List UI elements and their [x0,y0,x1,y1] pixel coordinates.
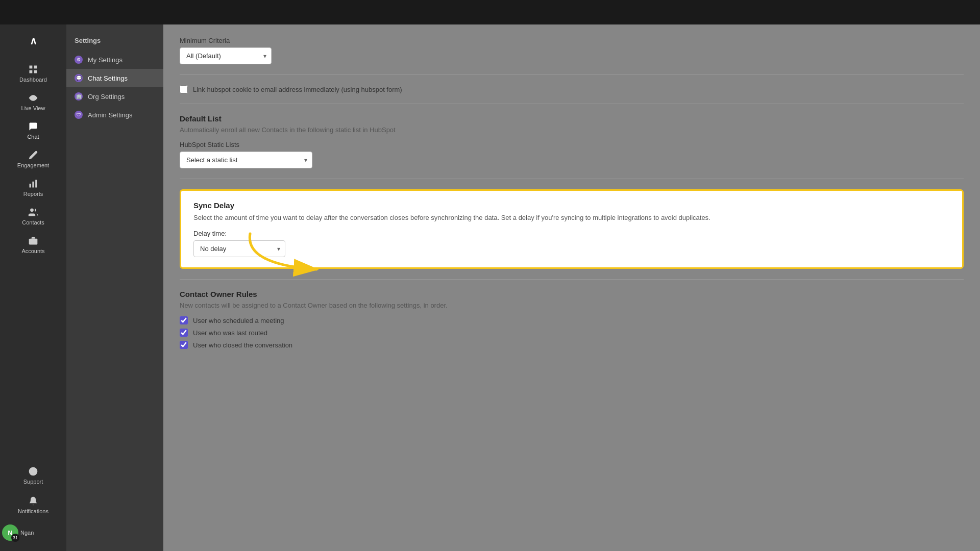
hubspot-static-lists-label: HubSpot Static Lists [180,141,964,148]
default-list-title: Default List [180,114,964,123]
nav-item-user[interactable]: N 31 Ngan [0,520,66,545]
sidebar-item-org-settings[interactable]: 🏢 Org Settings [66,87,163,106]
contact-owner-rules-title: Contact Owner Rules [180,290,964,298]
nav-bottom: Support Notifications N 31 Ngan [0,461,66,551]
minimum-criteria-select[interactable]: All (Default) Any [180,47,272,64]
contact-owner-rules-subtitle: New contacts will be assigned to a Conta… [180,302,964,309]
nav-item-accounts[interactable]: Accounts [0,231,66,259]
my-settings-icon: ⚙ [75,56,83,64]
rule-scheduled-meeting-checkbox[interactable] [180,316,188,324]
divider-1 [180,74,964,75]
nav-item-chat[interactable]: Chat [0,116,66,145]
rule-scheduled-meeting-row: User who scheduled a meeting [180,316,964,324]
avatar-wrapper: N 31 [2,524,18,541]
sidebar-item-admin-settings[interactable]: 🛡 Admin Settings [66,106,163,124]
nav-item-contacts[interactable]: Contacts [0,202,66,231]
link-hubspot-label: Link hubspot cookie to email address imm… [193,86,402,93]
link-hubspot-section: Link hubspot cookie to email address imm… [180,85,964,93]
link-hubspot-row: Link hubspot cookie to email address imm… [180,85,964,93]
main-content: Minimum Criteria All (Default) Any ▾ Lin… [163,24,980,551]
svg-rect-0 [30,66,33,69]
rule-closed-conversation-checkbox[interactable] [180,341,188,349]
nav-item-engagement[interactable]: Engagement [0,145,66,173]
static-list-select[interactable]: Select a static list [180,152,312,168]
divider-2 [180,104,964,104]
rule-scheduled-meeting-label: User who scheduled a meeting [193,317,284,324]
delay-time-select[interactable]: No delay 5 minutes 10 minutes 15 minutes… [193,240,285,257]
svg-rect-2 [30,70,33,73]
chat-settings-icon: 💬 [75,74,83,82]
svg-rect-5 [30,184,31,188]
rule-closed-conversation-label: User who closed the conversation [193,341,292,349]
notification-badge: 31 [11,534,19,542]
static-list-select-wrapper: Select a static list ▾ [180,152,312,168]
nav-item-reports[interactable]: Reports [0,173,66,202]
user-name: Ngan [20,530,34,536]
settings-sidebar: Settings ⚙ My Settings 💬 Chat Settings 🏢… [66,24,163,551]
default-list-section: Default List Automatically enroll all ne… [180,114,964,168]
sync-delay-title: Sync Delay [193,201,950,210]
nav-item-live-view[interactable]: Live View [0,88,66,116]
sync-delay-description: Select the amount of time you want to de… [193,214,950,221]
delay-time-label: Delay time: [193,230,950,237]
divider-3 [180,179,964,179]
nav-item-dashboard[interactable]: Dashboard [0,59,66,88]
contact-owner-rules-section: Contact Owner Rules New contacts will be… [180,290,964,349]
svg-rect-7 [35,180,37,188]
sidebar-item-chat-settings[interactable]: 💬 Chat Settings [66,69,163,87]
org-settings-icon: 🏢 [75,92,83,101]
delay-time-select-wrapper: No delay 5 minutes 10 minutes 15 minutes… [193,240,285,257]
svg-rect-9 [29,239,38,245]
nav-item-support[interactable]: Support [0,461,66,490]
sidebar-title: Settings [66,33,163,51]
left-nav: ∧ Dashboard Live View Chat Engagement Re… [0,24,66,551]
svg-rect-3 [34,70,37,73]
rule-last-routed-row: User who was last routed [180,329,964,337]
svg-point-8 [30,209,34,212]
link-hubspot-checkbox[interactable] [180,85,188,93]
admin-settings-icon: 🛡 [75,111,83,119]
svg-rect-6 [32,182,34,188]
rule-last-routed-checkbox[interactable] [180,329,188,337]
svg-rect-1 [34,66,37,69]
divider-4 [180,279,964,280]
rule-last-routed-label: User who was last routed [193,329,267,337]
default-list-subtitle: Automatically enroll all new Contacts in… [180,126,964,134]
rule-closed-conversation-row: User who closed the conversation [180,341,964,349]
nav-item-notifications[interactable]: Notifications [0,491,66,519]
minimum-criteria-select-wrapper: All (Default) Any ▾ [180,47,272,64]
minimum-criteria-label: Minimum Criteria [180,37,964,44]
minimum-criteria-section: Minimum Criteria All (Default) Any ▾ [180,37,964,64]
app-logo: ∧ [25,33,41,49]
top-bar [0,0,980,24]
sidebar-item-my-settings[interactable]: ⚙ My Settings [66,51,163,69]
sync-delay-section: Sync Delay Select the amount of time you… [180,189,964,269]
